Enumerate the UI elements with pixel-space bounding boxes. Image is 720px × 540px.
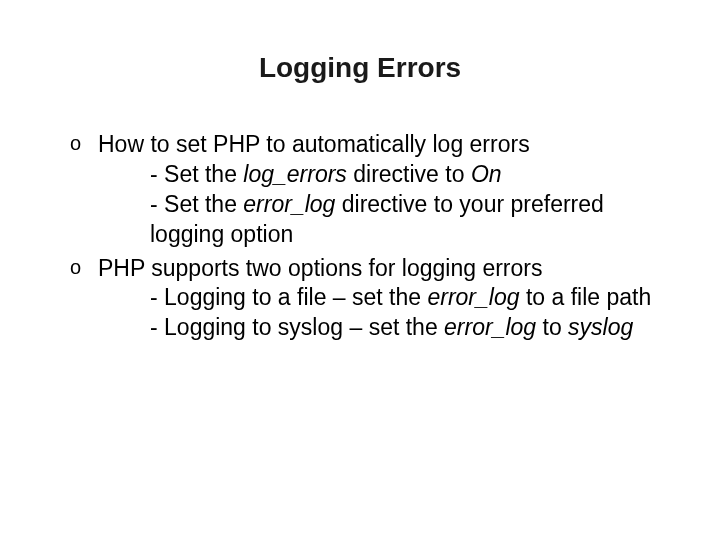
- bullet-list: How to set PHP to automatically log erro…: [70, 130, 660, 343]
- directive-name: error_log: [444, 314, 536, 340]
- sub-text: - Logging to a file – set the: [150, 284, 427, 310]
- list-item: PHP supports two options for logging err…: [70, 254, 660, 344]
- directive-name: error_log: [427, 284, 519, 310]
- sub-text: to: [536, 314, 568, 340]
- directive-name: error_log: [243, 191, 335, 217]
- slide-content: How to set PHP to automatically log erro…: [70, 130, 660, 347]
- directive-value: On: [471, 161, 502, 187]
- sub-item: - Logging to a file – set the error_log …: [98, 283, 660, 313]
- sub-item: - Logging to syslog – set the error_log …: [98, 313, 660, 343]
- bullet-text: How to set PHP to automatically log erro…: [98, 131, 530, 157]
- sub-item: - Set the log_errors directive to On: [98, 160, 660, 190]
- list-item: How to set PHP to automatically log erro…: [70, 130, 660, 250]
- sub-text: - Set the: [150, 161, 243, 187]
- sub-text: directive to: [347, 161, 471, 187]
- sub-text: - Logging to syslog – set the: [150, 314, 444, 340]
- slide-title: Logging Errors: [0, 52, 720, 84]
- directive-name: log_errors: [243, 161, 347, 187]
- directive-value: syslog: [568, 314, 633, 340]
- sub-item: - Set the error_log directive to your pr…: [98, 190, 660, 250]
- bullet-text: PHP supports two options for logging err…: [98, 255, 542, 281]
- slide: Logging Errors How to set PHP to automat…: [0, 0, 720, 540]
- sub-text: to a file path: [520, 284, 652, 310]
- sub-text: - Set the: [150, 191, 243, 217]
